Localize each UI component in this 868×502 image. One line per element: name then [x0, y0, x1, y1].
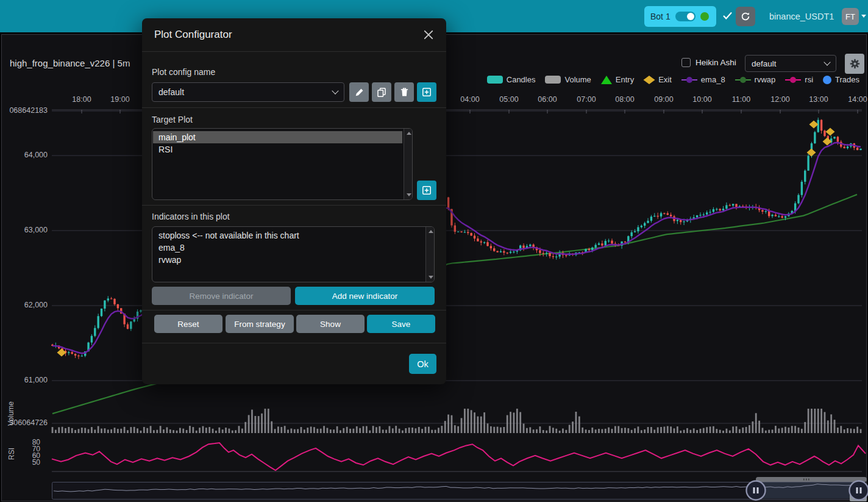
candles-legend-icon	[487, 76, 503, 84]
x-axis-tick-label: 06:00	[533, 95, 562, 104]
heikin-ashi-checkbox[interactable]	[681, 58, 691, 67]
legend-label: Candles	[507, 75, 536, 84]
show-button[interactable]: Show	[296, 315, 365, 333]
pair-name: binance_USDT1	[769, 12, 834, 21]
ema_8-legend-icon	[681, 76, 697, 84]
bot-name: Bot 1	[650, 12, 671, 21]
zoom-drag-handle[interactable]	[747, 481, 766, 500]
legend-item-volume[interactable]: Volume	[545, 75, 591, 84]
plot-configurator-modal: Plot Configurator Plot config name defau…	[142, 18, 446, 384]
legend-label: Entry	[616, 75, 634, 84]
heikin-ashi-toggle[interactable]: Heikin Ashi	[681, 58, 736, 67]
remove-indicator-button[interactable]: Remove indicator	[152, 287, 291, 305]
legend-label: rsi	[805, 75, 813, 84]
legend-label: Volume	[564, 75, 591, 84]
x-axis-tick-label: 05:00	[494, 95, 524, 104]
x-axis-tick-label: 18:00	[67, 95, 96, 104]
plot-config-select[interactable]: default	[745, 55, 836, 72]
gear-icon	[850, 59, 860, 69]
plot-settings-button[interactable]	[845, 54, 864, 74]
scrollbar[interactable]	[404, 129, 412, 199]
app-root: high_frog_binance_v226 | 5m 18:0019:0004…	[0, 0, 868, 502]
add-config-button[interactable]	[417, 82, 436, 102]
pencil-icon	[355, 88, 364, 97]
duplicate-config-button[interactable]	[372, 82, 391, 102]
x-axis-tick-label: 12:00	[766, 95, 795, 104]
bot-toggle[interactable]	[675, 12, 695, 21]
legend-label: Trades	[835, 75, 859, 84]
config-name-select-value: default	[158, 87, 184, 97]
add-new-indicator-button[interactable]: Add new indicator	[295, 287, 435, 305]
scroll-up-icon[interactable]	[407, 132, 411, 135]
rsi-line	[52, 443, 866, 470]
list-item[interactable]: RSI	[153, 143, 402, 156]
x-axis-tick-label: 10:00	[688, 95, 717, 104]
delete-config-button[interactable]	[394, 82, 414, 102]
copy-icon	[377, 87, 386, 97]
x-axis-tick-label: 11:00	[727, 95, 756, 104]
legend-label: rvwap	[755, 75, 776, 84]
legend-item-ema_8[interactable]: ema_8	[681, 75, 725, 84]
legend-label: Exit	[658, 75, 672, 84]
heikin-ashi-label: Heikin Ashi	[695, 58, 736, 67]
x-axis-tick-label: 08:00	[610, 95, 639, 104]
rename-config-button[interactable]	[349, 82, 369, 102]
trades-legend-icon	[823, 76, 831, 84]
legend-item-candles[interactable]: Candles	[487, 75, 536, 84]
list-item[interactable]: main_plot	[153, 131, 402, 143]
data-zoom-navigator[interactable]	[52, 477, 868, 501]
trash-icon	[400, 87, 409, 97]
list-item[interactable]: ema_8	[153, 242, 424, 254]
x-axis-tick-label: 13:00	[804, 95, 833, 104]
target-plot-label: Target Plot	[152, 115, 193, 124]
list-item[interactable]: stoploss <-- not available in this chart	[153, 229, 424, 242]
volume-legend-icon	[545, 76, 561, 84]
config-name-label: Plot config name	[152, 67, 215, 77]
zoom-selected-range[interactable]	[756, 482, 859, 498]
connected-check-icon	[723, 12, 732, 20]
y-axis-tick-label: 63,000	[0, 226, 48, 234]
plus-square-icon	[422, 87, 432, 97]
scrollbar[interactable]	[425, 227, 434, 282]
rsi-legend-icon	[785, 76, 801, 84]
scroll-up-icon[interactable]	[429, 230, 433, 233]
scroll-down-icon[interactable]	[429, 276, 433, 279]
chart-title: high_frog_binance_v226 | 5m	[10, 58, 130, 68]
y-axis-tick-label: 64,000	[0, 151, 48, 159]
legend-label: ema_8	[701, 75, 725, 84]
close-icon	[423, 29, 434, 40]
exit-legend-icon	[644, 75, 655, 84]
legend-item-rsi[interactable]: rsi	[785, 75, 813, 84]
user-avatar[interactable]: FT	[842, 8, 859, 25]
from-strategy-button[interactable]: From strategy	[226, 315, 294, 333]
legend-item-exit[interactable]: Exit	[644, 75, 672, 84]
rsi-axis-tick-label: 50	[0, 458, 40, 467]
legend-item-entry[interactable]: Entry	[601, 75, 634, 84]
rvwap-legend-icon	[735, 76, 751, 84]
close-button[interactable]	[421, 27, 436, 43]
scroll-down-icon[interactable]	[407, 193, 411, 196]
y-axis-tick-label: 62,000	[0, 301, 48, 309]
entry-legend-icon	[601, 76, 612, 84]
indicators-listbox[interactable]: stoploss <-- not available in this chart…	[152, 226, 435, 282]
config-name-select[interactable]: default	[152, 82, 344, 102]
zoom-drag-handle[interactable]	[850, 481, 868, 500]
target-plot-listbox[interactable]: main_plotRSI	[152, 128, 413, 200]
legend-item-rvwap[interactable]: rvwap	[735, 75, 776, 84]
list-item[interactable]: rvwap	[153, 254, 424, 266]
ok-button[interactable]: Ok	[409, 354, 436, 374]
volume-bars	[52, 409, 862, 433]
refresh-icon	[741, 12, 750, 21]
legend-item-trades[interactable]: Trades	[823, 75, 859, 84]
bot-selector[interactable]: Bot 1	[644, 6, 716, 27]
chevron-down-icon	[861, 15, 866, 18]
save-button[interactable]: Save	[367, 315, 435, 333]
chart-legend: CandlesVolumeEntryExitema_8rvwaprsiTrade…	[487, 75, 859, 84]
reset-button[interactable]: Reset	[154, 315, 222, 333]
x-axis-tick-label: 19:00	[105, 95, 135, 104]
chevron-down-icon	[332, 87, 338, 94]
refresh-button[interactable]	[736, 7, 755, 26]
add-plot-button[interactable]	[417, 181, 436, 200]
chevron-down-icon	[824, 59, 830, 65]
horizontal-scrollbar[interactable]	[756, 477, 867, 482]
